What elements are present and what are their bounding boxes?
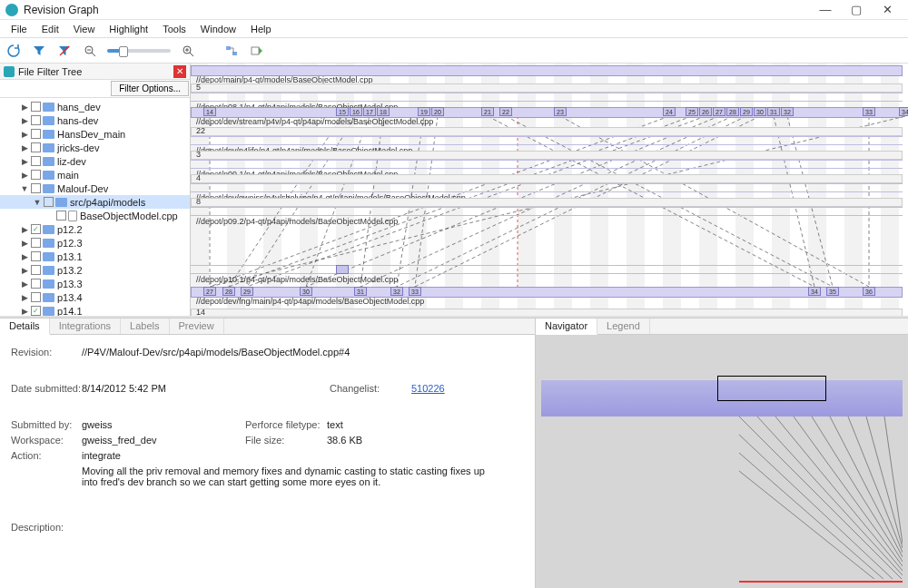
revision-node[interactable]: 29 [740, 107, 753, 116]
navigator-viewport-box[interactable] [717, 376, 826, 401]
revision-node[interactable]: 23 [554, 107, 567, 116]
revision-node[interactable]: 28 [222, 287, 235, 296]
branch-bar[interactable] [191, 127, 903, 136]
tree-twisty-icon[interactable]: ▶ [20, 171, 29, 180]
tab-labels[interactable]: Labels [121, 318, 169, 334]
menu-help[interactable]: Help [243, 22, 279, 36]
maximize-button[interactable]: ▢ [841, 3, 872, 16]
tree-checkbox[interactable] [31, 251, 41, 261]
tree-twisty-icon[interactable]: ▶ [20, 157, 29, 166]
revision-node[interactable]: 24 [663, 107, 676, 116]
tree-twisty-icon[interactable]: ▶ [20, 307, 29, 316]
tree-checkbox[interactable] [31, 102, 41, 112]
branch-bar[interactable] [191, 198, 903, 207]
revision-node[interactable]: 29 [241, 287, 253, 296]
tree-twisty-icon[interactable]: ▶ [20, 252, 29, 261]
revision-node[interactable]: 14 [203, 107, 216, 116]
tree-item[interactable]: ▼src/p4api/models [0, 195, 190, 209]
tree-checkbox[interactable] [44, 197, 54, 207]
tree-twisty-icon[interactable]: ▶ [20, 279, 29, 289]
branch-bar[interactable] [191, 174, 903, 183]
tree-item[interactable]: ▶liz-dev [0, 154, 190, 168]
revision-node[interactable]: 15 [336, 107, 349, 116]
revision-node[interactable]: 27 [713, 107, 725, 116]
branch-bar[interactable] [191, 136, 903, 145]
tab-navigator[interactable]: Navigator [536, 318, 597, 335]
menu-window[interactable]: Window [193, 22, 243, 36]
zoom-out-icon[interactable] [82, 43, 98, 59]
tree-checkbox[interactable] [31, 170, 41, 180]
tree-checkbox[interactable] [31, 183, 41, 193]
tree-checkbox[interactable] [31, 129, 41, 139]
close-window-button[interactable]: ✕ [872, 3, 903, 16]
menu-tools[interactable]: Tools [155, 22, 193, 36]
refresh-icon[interactable] [5, 43, 22, 59]
revision-node[interactable]: 16 [350, 107, 362, 116]
revision-node[interactable]: 27 [203, 287, 216, 296]
tree-checkbox[interactable] [31, 156, 41, 166]
revision-node[interactable]: 30 [300, 287, 312, 296]
revision-node[interactable]: 31 [767, 107, 780, 116]
revision-node[interactable]: 18 [377, 107, 390, 116]
tree-checkbox[interactable] [56, 211, 66, 220]
revision-node[interactable]: 34 [808, 287, 821, 296]
branch-bar[interactable] [191, 160, 903, 169]
tree-twisty-icon[interactable]: ▶ [20, 293, 29, 302]
tree-twisty-icon[interactable]: ▶ [20, 225, 29, 234]
branch-bar[interactable] [191, 265, 903, 274]
tree-twisty-icon[interactable]: ▼ [33, 198, 42, 207]
branch-bar[interactable] [191, 183, 903, 192]
revision-node[interactable]: 34 [899, 107, 908, 116]
minimize-button[interactable]: — [810, 3, 841, 16]
filter-icon[interactable] [31, 43, 47, 59]
tab-integrations[interactable]: Integrations [50, 318, 121, 334]
revision-node[interactable] [336, 265, 349, 274]
revision-graph-canvas[interactable]: //depot/main/p4-qt/models/BaseObjectMode… [191, 64, 908, 318]
tree-item[interactable]: ▶p13.1 [0, 250, 190, 263]
tree-item[interactable]: ▶p12.3 [0, 236, 190, 250]
tree-item[interactable]: ▶p13.2 [0, 263, 190, 277]
branch-bar[interactable] [191, 93, 903, 102]
revision-node[interactable]: 33 [409, 287, 421, 296]
tree-item[interactable]: ▶p13.4 [0, 290, 190, 304]
tree-twisty-icon[interactable]: ▶ [20, 116, 29, 125]
tree-checkbox[interactable] [31, 142, 41, 152]
tree-item[interactable]: ▶✓p12.2 [0, 222, 190, 236]
tree-checkbox[interactable] [31, 115, 41, 125]
revision-node[interactable]: 22 [499, 107, 512, 116]
zoom-slider[interactable] [107, 49, 171, 53]
tree-item[interactable]: ▶hans_dev [0, 100, 190, 113]
branch-bar[interactable] [191, 83, 903, 93]
tree-twisty-icon[interactable]: ▶ [20, 239, 29, 248]
tree-item[interactable]: ▶jricks-dev [0, 141, 190, 154]
tree-checkbox[interactable]: ✓ [31, 224, 41, 234]
file-tree[interactable]: ▶hans_dev▶hans-dev▶HansDev_main▶jricks-d… [0, 98, 190, 318]
tree-checkbox[interactable] [31, 238, 41, 248]
tree-twisty-icon[interactable]: ▶ [20, 143, 29, 152]
revision-node[interactable]: 33 [863, 107, 875, 116]
revision-node[interactable]: 20 [431, 107, 444, 116]
filter-clear-icon[interactable] [56, 43, 73, 59]
revision-node[interactable]: 28 [726, 107, 739, 116]
tree-checkbox[interactable] [31, 265, 41, 275]
tree-item[interactable]: ▶hans-dev [0, 113, 190, 127]
zoom-in-icon[interactable] [180, 43, 196, 59]
revision-node[interactable]: 19 [418, 107, 430, 116]
revision-node[interactable]: 25 [686, 107, 698, 116]
branch-bar[interactable] [191, 207, 903, 216]
navigator-body[interactable] [536, 335, 908, 588]
menu-file[interactable]: File [4, 22, 35, 36]
tree-twisty-icon[interactable]: ▶ [20, 266, 29, 275]
tab-details[interactable]: Details [0, 318, 50, 335]
tree-checkbox[interactable] [31, 292, 41, 302]
tree-twisty-icon[interactable]: ▶ [20, 103, 29, 112]
menu-view[interactable]: View [66, 22, 103, 36]
revision-node[interactable]: 32 [390, 287, 403, 296]
revision-node[interactable]: 31 [354, 287, 367, 296]
goto-icon[interactable] [249, 43, 265, 59]
menu-highlight[interactable]: Highlight [102, 22, 155, 36]
revision-node[interactable]: 35 [826, 287, 839, 296]
tree-item[interactable]: ▶HansDev_main [0, 127, 190, 141]
revision-node[interactable]: 26 [699, 107, 712, 116]
tree-item[interactable]: ▶main [0, 168, 190, 181]
